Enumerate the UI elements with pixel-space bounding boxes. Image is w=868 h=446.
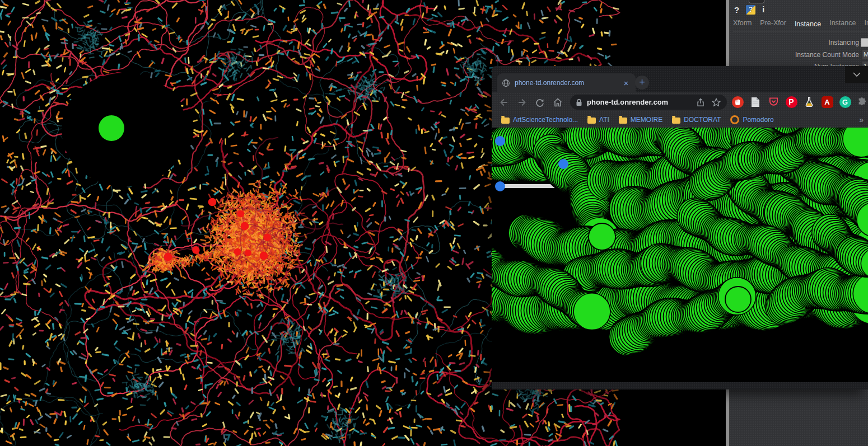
bookmarks-overflow-chevron[interactable]: » [859, 115, 864, 124]
python-help-icon[interactable]: ? [746, 5, 755, 15]
slider-2-thumb[interactable] [558, 159, 568, 169]
param-row-count-mode: Instance Count Mode M [730, 49, 868, 60]
tab-instance-2[interactable]: Instance [829, 19, 856, 28]
back-icon[interactable] [498, 97, 510, 108]
share-icon[interactable] [696, 97, 706, 107]
grammarly-extension-icon[interactable]: G [838, 95, 852, 109]
help-icon[interactable]: ? [734, 5, 739, 15]
bookmark-pomodoro[interactable]: Pomodoro [730, 115, 773, 124]
lock-icon[interactable] [576, 98, 582, 106]
chevron-down-icon [853, 72, 861, 77]
slider-3-thumb[interactable] [495, 181, 505, 191]
browser-tab[interactable]: phone-td.onrender.com × [497, 73, 636, 92]
parameter-tabs: Xform Pre-Xfor Instance Instance Ins [733, 19, 868, 31]
bookmark-label: DOCTORAT [684, 116, 721, 124]
tab-strip: phone-td.onrender.com × + [492, 66, 868, 92]
browser-window: phone-td.onrender.com × + [492, 66, 868, 389]
bookmark-label: ATI [599, 116, 609, 124]
td-help-row: ? ? i [734, 3, 764, 16]
count-mode-dropdown[interactable]: M [862, 50, 868, 59]
bookmarks-bar: ArtScienceTechnolo... ATI MEMOIRE DOCTOR… [492, 112, 868, 128]
extensions-puzzle-icon[interactable] [855, 95, 868, 109]
forward-icon[interactable] [516, 97, 528, 108]
tab-close-icon[interactable]: × [621, 78, 631, 88]
pocket-extension-icon[interactable] [767, 95, 780, 109]
tab-pre-xform[interactable]: Pre-Xfor [760, 19, 786, 28]
bookmark-label: Pomodoro [743, 116, 773, 124]
folder-icon [587, 118, 596, 124]
folder-icon [672, 118, 680, 124]
bookmark-label: ArtScienceTechnolo... [513, 116, 578, 124]
bookmark-star-icon[interactable] [711, 97, 721, 107]
screen: ? ? i Xform Pre-Xfor Instance Instance I… [0, 0, 868, 446]
pomodoro-ring-icon [730, 115, 739, 124]
reload-icon[interactable] [534, 97, 545, 108]
browser-toolbar: phone-td.onrender.com [492, 92, 868, 112]
instancing-render-canvas[interactable] [492, 128, 868, 382]
param-label: Instancing [828, 39, 859, 46]
param-label: Instance Count Mode [795, 51, 859, 59]
slider-1-thumb[interactable] [495, 136, 505, 146]
adblock-extension-icon[interactable] [731, 95, 744, 109]
flask-extension-icon[interactable] [802, 95, 816, 109]
window-chevron-button[interactable] [845, 66, 868, 83]
home-icon[interactable] [552, 97, 563, 108]
folder-icon [619, 118, 627, 124]
page-content [492, 128, 868, 382]
bookmark-folder[interactable]: MEMOIRE [619, 116, 662, 124]
url-text: phone-td.onrender.com [587, 98, 696, 106]
acrobat-extension-icon[interactable]: A [820, 95, 834, 109]
param-row-instancing: Instancing [730, 37, 868, 48]
tab-title: phone-td.onrender.com [515, 79, 621, 87]
tab-instance-3[interactable]: Ins [864, 19, 868, 28]
tab-instance[interactable]: Instance [795, 20, 821, 31]
tab-xform[interactable]: Xform [733, 19, 752, 28]
pinterest-extension-icon[interactable]: P [785, 95, 798, 109]
new-tab-button[interactable]: + [635, 76, 649, 90]
folder-icon [501, 118, 510, 124]
bookmark-folder[interactable]: ArtScienceTechnolo... [501, 116, 578, 124]
globe-icon [502, 79, 510, 87]
instancing-toggle[interactable] [861, 38, 868, 47]
info-icon[interactable]: i [762, 5, 764, 14]
bookmark-folder[interactable]: DOCTORAT [672, 116, 721, 124]
bookmark-folder[interactable]: ATI [587, 116, 609, 124]
document-extension-icon[interactable] [749, 95, 762, 109]
address-bar[interactable]: phone-td.onrender.com [570, 95, 727, 110]
bookmark-label: MEMOIRE [631, 116, 662, 124]
